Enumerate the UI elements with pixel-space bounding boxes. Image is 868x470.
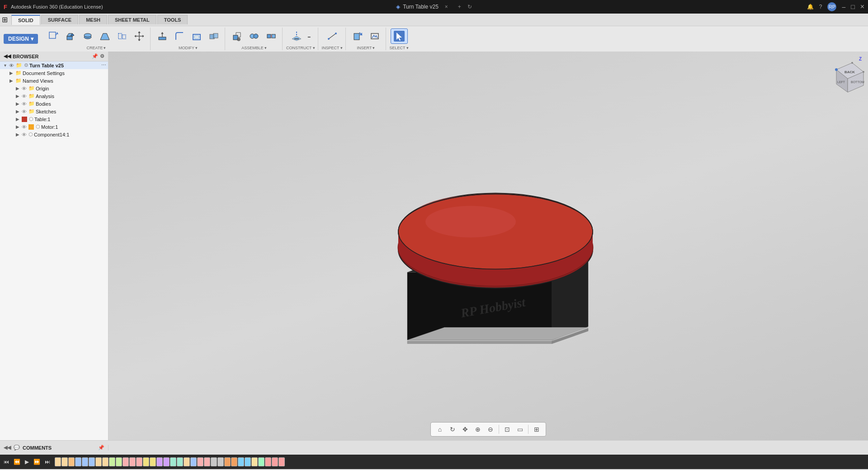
tab-sheet-metal[interactable]: SHEET METAL	[108, 15, 156, 24]
design-dropdown[interactable]: DESIGN ▾	[4, 34, 38, 44]
more-create-tool[interactable]	[114, 29, 130, 43]
timeline-step[interactable]	[204, 457, 210, 466]
origin-item[interactable]: ▶ 👁 📁 Origin	[0, 85, 108, 92]
timeline-step[interactable]	[61, 457, 68, 466]
loft-tool[interactable]	[97, 29, 113, 43]
app-grid-icon[interactable]: ⊞	[2, 15, 8, 24]
fit-btn[interactable]: ⊡	[502, 424, 513, 435]
sketches-item[interactable]: ▶ 👁 📁 Sketches	[0, 108, 108, 115]
timeline-step[interactable]	[75, 457, 81, 466]
timeline-step[interactable]	[224, 457, 231, 466]
zoom-btn[interactable]: ⊕	[472, 424, 483, 435]
timeline-step[interactable]	[150, 457, 156, 466]
home-view-btn[interactable]: ⌂	[434, 424, 445, 435]
timeline-step[interactable]	[251, 457, 258, 466]
new-component-tool[interactable]	[229, 29, 245, 43]
shell-tool[interactable]	[189, 29, 205, 43]
timeline-step[interactable]	[156, 457, 163, 466]
analysis-item[interactable]: ▶ 👁 📁 Analysis	[0, 92, 108, 100]
tab-surface[interactable]: SURFACE	[41, 15, 79, 24]
timeline-end-btn[interactable]: ⏭	[43, 458, 52, 466]
doc-settings-item[interactable]: ▶ 📁 Document Settings	[0, 69, 108, 77]
browser-root-item[interactable]: ▾ 👁 📁 ⚙ Turn Table v25 ⋯	[0, 61, 108, 69]
tab-tools[interactable]: TOOLS	[157, 15, 188, 24]
measure-tool[interactable]	[324, 29, 340, 43]
timeline-step[interactable]	[265, 457, 271, 466]
combine-tool[interactable]	[206, 29, 222, 43]
timeline-step[interactable]	[143, 457, 149, 466]
grid-btn[interactable]: ⊞	[531, 424, 542, 435]
timeline-step[interactable]	[238, 457, 244, 466]
press-pull-tool[interactable]	[154, 29, 170, 43]
joint-tool[interactable]	[246, 29, 262, 43]
component14-item[interactable]: ▶ 👁 ⬡ Component14:1	[0, 131, 108, 138]
bodies-item[interactable]: ▶ 👁 📁 Bodies	[0, 100, 108, 108]
extrude-tool[interactable]	[62, 29, 79, 43]
timeline-prev-btn[interactable]: ⏪	[12, 458, 22, 466]
motor1-item[interactable]: ▶ 👁 ⬡ Motor:1	[0, 123, 108, 131]
timeline-step[interactable]	[68, 457, 75, 466]
close-button[interactable]: ×	[860, 3, 864, 11]
timeline-step[interactable]	[211, 457, 217, 466]
display-mode-btn[interactable]: ▭	[514, 424, 525, 435]
browser-collapse-icon[interactable]: ◀◀	[4, 53, 11, 59]
table1-item[interactable]: ▶ ⬡ Table:1	[0, 115, 108, 123]
timeline-step[interactable]	[184, 457, 190, 466]
fillet-tool[interactable]	[171, 29, 188, 43]
timeline-step[interactable]	[136, 457, 142, 466]
view-cube[interactable]: Z BACK LEFT BOTTOM	[827, 56, 863, 92]
tab-mesh[interactable]: MESH	[79, 15, 107, 24]
help-icon[interactable]: ?	[819, 4, 822, 10]
root-options-icon[interactable]: ⋯	[101, 62, 106, 68]
timeline-step[interactable]	[95, 457, 102, 466]
browser-settings-icon[interactable]: ⚙	[100, 53, 104, 59]
comments-collapse-icon[interactable]: ◀◀	[4, 445, 11, 451]
max-button[interactable]: □	[851, 3, 854, 10]
timeline-step[interactable]	[258, 457, 264, 466]
timeline-step[interactable]	[109, 457, 115, 466]
timeline-step[interactable]	[231, 457, 237, 466]
timeline-step[interactable]	[170, 457, 176, 466]
select-tool[interactable]	[391, 28, 408, 44]
browser-pin-icon[interactable]: 📌	[92, 53, 98, 59]
orbit-btn[interactable]: ↻	[447, 424, 458, 435]
zoom-out-btn[interactable]: ⊖	[485, 424, 496, 435]
timeline-step[interactable]	[190, 457, 197, 466]
timeline-step[interactable]	[278, 457, 285, 466]
timeline-step[interactable]	[272, 457, 278, 466]
add-tab-icon[interactable]: +	[458, 4, 461, 10]
insert-tool[interactable]	[349, 29, 366, 43]
timeline-step[interactable]	[102, 457, 108, 466]
revolve-tool[interactable]	[80, 29, 96, 43]
min-button[interactable]: –	[842, 3, 845, 10]
timeline-step[interactable]	[82, 457, 88, 466]
user-icon[interactable]: RP	[827, 2, 836, 11]
tab-solid[interactable]: SOLID	[11, 15, 40, 25]
app-logo-icon: F	[4, 4, 7, 10]
timeline-step[interactable]	[55, 457, 61, 466]
timeline-start-btn[interactable]: ⏮	[2, 458, 11, 466]
timeline-next-btn[interactable]: ⏩	[32, 458, 42, 466]
timeline-step[interactable]	[129, 457, 136, 466]
timeline-step[interactable]	[197, 457, 203, 466]
pan-btn[interactable]: ✥	[460, 424, 471, 435]
rigid-group-tool[interactable]	[263, 29, 279, 43]
refresh-icon[interactable]: ↻	[467, 4, 472, 10]
new-sketch-tool[interactable]	[45, 29, 61, 43]
timeline-step[interactable]	[245, 457, 251, 466]
move-tool[interactable]	[131, 29, 147, 43]
named-views-item[interactable]: ▶ 📁 Named Views	[0, 77, 108, 85]
timeline-step[interactable]	[177, 457, 183, 466]
timeline-step[interactable]	[116, 457, 122, 466]
construct-plane-tool[interactable]	[288, 29, 305, 43]
timeline-step[interactable]	[217, 457, 224, 466]
viewport[interactable]: RP Hobbyist	[108, 52, 868, 440]
timeline-step[interactable]	[123, 457, 129, 466]
canvas-tool[interactable]	[367, 29, 383, 43]
timeline-step[interactable]	[89, 457, 95, 466]
bell-icon[interactable]: 🔔	[807, 4, 814, 10]
comments-pin-icon[interactable]: 📌	[98, 445, 104, 451]
timeline-step[interactable]	[163, 457, 170, 466]
close-tab-icon[interactable]: ×	[445, 4, 448, 10]
timeline-play-btn[interactable]: ▶	[23, 458, 31, 466]
